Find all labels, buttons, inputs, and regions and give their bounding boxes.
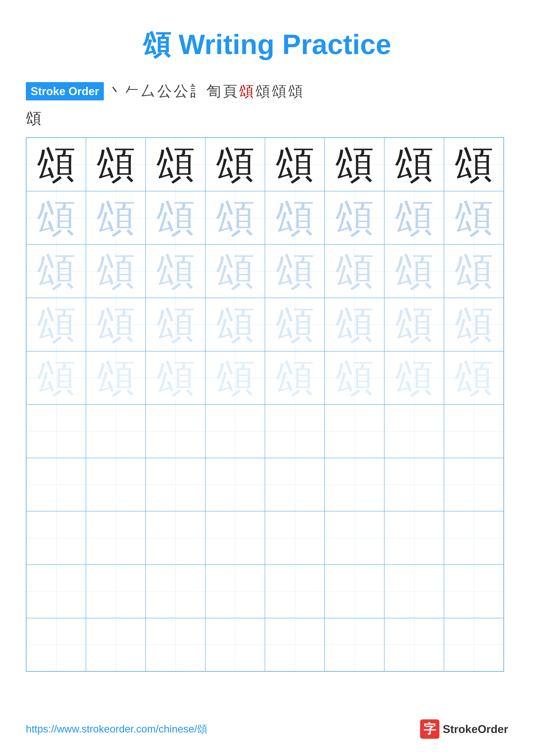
grid-cell[interactable]: [26, 565, 86, 618]
practice-char: 頌: [335, 358, 374, 397]
stroke-12: 頌: [288, 81, 303, 101]
grid-cell[interactable]: [325, 511, 384, 565]
grid-cell[interactable]: [86, 458, 146, 511]
grid-cell: 頌: [384, 244, 444, 298]
footer-logo: 字 StrokeOrder: [420, 719, 508, 739]
practice-char: 頌: [395, 252, 434, 290]
grid-cell[interactable]: [444, 618, 504, 671]
grid-cell[interactable]: [205, 511, 265, 565]
grid-cell[interactable]: [325, 405, 384, 458]
footer-url[interactable]: https://www.strokeorder.com/chinese/頌: [26, 722, 207, 736]
grid-cell: 頌: [146, 138, 205, 191]
grid-cell[interactable]: [444, 458, 504, 511]
stroke-1: 丶: [108, 81, 123, 101]
grid-cell[interactable]: [146, 458, 205, 511]
grid-cell[interactable]: [146, 511, 205, 565]
grid-cell[interactable]: [265, 618, 325, 671]
grid-cell: 頌: [444, 244, 504, 298]
grid-cell: 頌: [86, 244, 146, 298]
practice-char: 頌: [454, 252, 493, 290]
grid-cell: 頌: [265, 351, 325, 405]
grid-cell[interactable]: [86, 405, 146, 458]
grid-cell: 頌: [444, 351, 504, 405]
grid-cell[interactable]: [26, 618, 86, 671]
grid-cell[interactable]: [146, 618, 205, 671]
stroke-5: 公: [174, 81, 188, 101]
grid-cell[interactable]: [26, 458, 86, 511]
practice-char: 頌: [156, 145, 195, 184]
grid-cell: 頌: [146, 191, 205, 245]
grid-cell[interactable]: [265, 458, 325, 511]
practice-char: 頌: [156, 252, 195, 290]
stroke-6: 訁: [190, 81, 205, 101]
grid-cell: 頌: [265, 244, 325, 298]
grid-cell[interactable]: [86, 618, 146, 671]
practice-char: 頌: [37, 199, 76, 237]
grid-cell[interactable]: [444, 565, 504, 618]
practice-char: 頌: [395, 358, 434, 397]
practice-char: 頌: [37, 305, 76, 344]
grid-cell[interactable]: [205, 565, 265, 618]
logo-icon: 字: [420, 719, 440, 739]
grid-cell[interactable]: [265, 511, 325, 565]
practice-char: 頌: [395, 199, 434, 237]
stroke-2: 𠂉: [124, 81, 139, 101]
grid-cell: 頌: [325, 244, 384, 298]
grid-cell[interactable]: [444, 511, 504, 565]
grid-cell: 頌: [265, 138, 325, 191]
grid-cell: 頌: [265, 191, 325, 245]
practice-char: 頌: [216, 252, 255, 290]
grid-cell: 頌: [325, 191, 384, 245]
grid-cell[interactable]: [444, 405, 504, 458]
grid-cell: 頌: [26, 351, 86, 405]
stroke-7: 訇: [206, 81, 221, 101]
practice-char: 頌: [96, 145, 135, 184]
grid-cell[interactable]: [384, 511, 444, 565]
practice-grid: 頌頌頌頌頌頌頌頌頌頌頌頌頌頌頌頌頌頌頌頌頌頌頌頌頌頌頌頌頌頌頌頌頌頌頌頌頌頌頌頌: [26, 137, 504, 672]
grid-cell[interactable]: [146, 565, 205, 618]
grid-cell[interactable]: [325, 618, 384, 671]
grid-cell[interactable]: [26, 405, 86, 458]
grid-cell[interactable]: [265, 565, 325, 618]
practice-char: 頌: [275, 305, 314, 344]
practice-char: 頌: [96, 199, 135, 237]
practice-char: 頌: [216, 199, 255, 237]
practice-char: 頌: [335, 252, 374, 290]
practice-char: 頌: [395, 145, 434, 184]
practice-char: 頌: [335, 305, 374, 344]
grid-cell[interactable]: [384, 458, 444, 511]
practice-char: 頌: [335, 199, 374, 237]
stroke-8: 頁: [223, 81, 237, 101]
grid-cell[interactable]: [325, 458, 384, 511]
grid-cell: 頌: [444, 138, 504, 191]
grid-cell[interactable]: [26, 511, 86, 565]
grid-cell: 頌: [205, 298, 265, 351]
grid-cell: 頌: [86, 351, 146, 405]
grid-cell[interactable]: [205, 458, 265, 511]
grid-cell[interactable]: [205, 405, 265, 458]
grid-cell[interactable]: [384, 565, 444, 618]
practice-char: 頌: [37, 358, 76, 397]
grid-cell[interactable]: [384, 405, 444, 458]
logo-char: 字: [423, 721, 436, 738]
page-title: 頌 Writing Practice: [26, 26, 508, 64]
grid-cell[interactable]: [205, 618, 265, 671]
grid-cell: 頌: [26, 298, 86, 351]
practice-char: 頌: [395, 305, 434, 344]
grid-cell: 頌: [384, 298, 444, 351]
practice-char: 頌: [156, 199, 195, 237]
grid-cell[interactable]: [86, 511, 146, 565]
grid-cell[interactable]: [325, 565, 384, 618]
practice-char: 頌: [156, 305, 195, 344]
practice-char: 頌: [454, 199, 493, 237]
brand-name: StrokeOrder: [443, 723, 508, 736]
grid-cell: 頌: [325, 351, 384, 405]
grid-cell: 頌: [146, 351, 205, 405]
grid-cell[interactable]: [86, 565, 146, 618]
practice-char: 頌: [454, 358, 493, 397]
grid-cell[interactable]: [265, 405, 325, 458]
grid-cell[interactable]: [146, 405, 205, 458]
practice-char: 頌: [454, 145, 493, 184]
grid-cell[interactable]: [384, 618, 444, 671]
grid-cell: 頌: [325, 138, 384, 191]
